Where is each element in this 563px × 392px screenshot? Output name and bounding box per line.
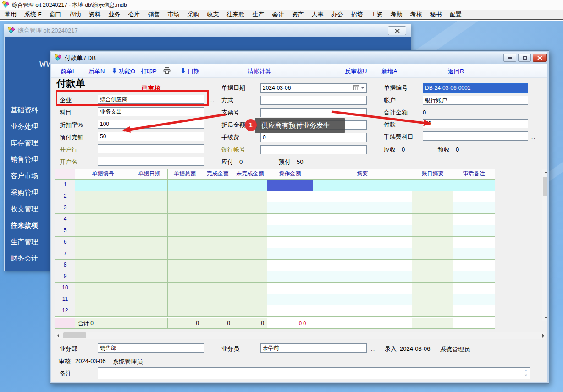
table-cell[interactable] [168,294,202,305]
table-cell[interactable] [75,294,131,305]
row-number[interactable]: 9 [55,271,75,283]
table-cell[interactable] [75,283,131,294]
table-cell[interactable] [412,214,453,225]
table-cell[interactable] [168,191,202,202]
menu-item[interactable]: 窗口 [50,11,61,19]
toolbar-unaudit[interactable]: 反审核U [345,67,367,76]
table-cell[interactable] [75,191,131,202]
table-cell[interactable] [75,202,131,214]
table-cell[interactable] [313,191,412,202]
menu-item[interactable]: 帮助 [69,11,81,19]
menu-item[interactable]: 往来款 [227,11,245,19]
horizontal-scroll-thumb[interactable] [63,332,86,338]
table-cell[interactable] [267,191,313,202]
table-cell[interactable] [313,305,412,317]
clerk-browse[interactable]: .. [371,346,375,352]
toolbar-return[interactable]: 返回R [448,67,464,76]
table-cell[interactable] [202,225,233,237]
menu-item[interactable]: 考勤 [391,11,403,19]
menu-item[interactable]: 考核 [410,11,422,19]
table-cell[interactable] [131,248,168,260]
chevron-down-icon[interactable] [361,87,364,91]
spinner-icon[interactable]: ˄˅ [523,369,529,378]
table-cell[interactable] [267,180,313,191]
table-cell[interactable] [267,305,313,317]
doc-date-field[interactable]: 2024-03-06 [260,83,367,93]
company-browse[interactable]: .. [210,98,215,103]
table-cell[interactable] [131,191,168,202]
table-cell[interactable] [202,305,233,317]
menu-item[interactable]: 招培 [351,11,363,19]
menu-item[interactable]: 会计 [272,11,284,19]
toolbar-date[interactable]: 日期 [181,67,199,76]
row-number[interactable]: 7 [55,248,75,260]
table-cell[interactable] [202,260,233,271]
table-cell[interactable] [267,237,313,248]
discount-field[interactable] [98,120,204,129]
table-cell[interactable] [75,271,131,283]
table-cell[interactable] [233,305,267,317]
table-cell[interactable] [453,260,495,271]
table-cell[interactable] [233,283,267,294]
table-cell[interactable] [131,180,168,191]
table-cell[interactable] [168,225,202,237]
table-cell[interactable] [412,271,453,283]
menu-item[interactable]: 业务 [109,11,121,19]
table-cell[interactable] [267,248,313,260]
table-cell[interactable] [75,225,131,237]
prepay-offset-field[interactable] [98,132,204,141]
close-button[interactable] [533,54,547,62]
account-field[interactable] [423,96,528,105]
sidebar-item[interactable]: 基础资料 [5,103,48,120]
scroll-up-icon[interactable] [544,171,547,173]
table-cell[interactable] [202,294,233,305]
row-number[interactable]: 8 [55,260,75,271]
table-cell[interactable] [412,283,453,294]
table-cell[interactable] [131,225,168,237]
table-cell[interactable] [202,237,233,248]
row-number[interactable]: 12 [55,305,75,317]
bank-branch-field[interactable] [98,144,204,153]
table-cell[interactable] [412,294,453,305]
remark-field[interactable]: ˄˅ [98,367,530,379]
table-cell[interactable] [131,202,168,214]
table-cell[interactable] [131,214,168,225]
sidebar-item[interactable]: 采购管理 [5,185,48,202]
table-cell[interactable] [233,294,267,305]
subject-browse[interactable]: .. [210,110,215,115]
horizontal-scrollbar[interactable] [55,332,546,339]
table-cell[interactable] [412,260,453,271]
vertical-scroll-thumb[interactable] [543,177,547,196]
menu-item[interactable]: 办公 [331,11,343,19]
company-field[interactable] [98,95,204,104]
toolbar-printer[interactable] [163,67,171,75]
table-cell[interactable] [412,191,453,202]
table-cell[interactable] [233,260,267,271]
table-cell[interactable] [202,248,233,260]
row-number[interactable]: 3 [55,202,75,214]
sidebar-item[interactable]: 客户市场 [5,169,48,185]
fee-subject-field[interactable] [423,131,528,141]
scroll-down-icon[interactable] [544,317,547,319]
scroll-right-icon[interactable] [542,334,544,338]
table-cell[interactable] [267,260,313,271]
table-cell[interactable] [453,283,495,294]
table-cell[interactable] [453,305,495,317]
table-cell[interactable] [233,237,267,248]
sidebar-item[interactable]: 收支管理 [5,202,48,218]
table-cell[interactable] [168,305,202,317]
toolbar-functions[interactable]: 功能O [112,67,135,76]
cheque-no-field[interactable] [260,108,367,117]
menu-item[interactable]: 资产 [292,11,304,19]
table-cell[interactable] [313,260,412,271]
clerk-field[interactable] [260,343,367,353]
toolbar-prev-doc[interactable]: 前单L [61,67,76,76]
table-cell[interactable] [267,271,313,283]
table-cell[interactable] [313,294,412,305]
calendar-icon[interactable] [353,85,359,92]
table-cell[interactable] [233,214,267,225]
row-number[interactable]: 5 [55,225,75,237]
row-number[interactable]: 11 [55,294,75,305]
menu-item[interactable]: 秘书 [430,11,442,19]
table-cell[interactable] [313,202,412,214]
